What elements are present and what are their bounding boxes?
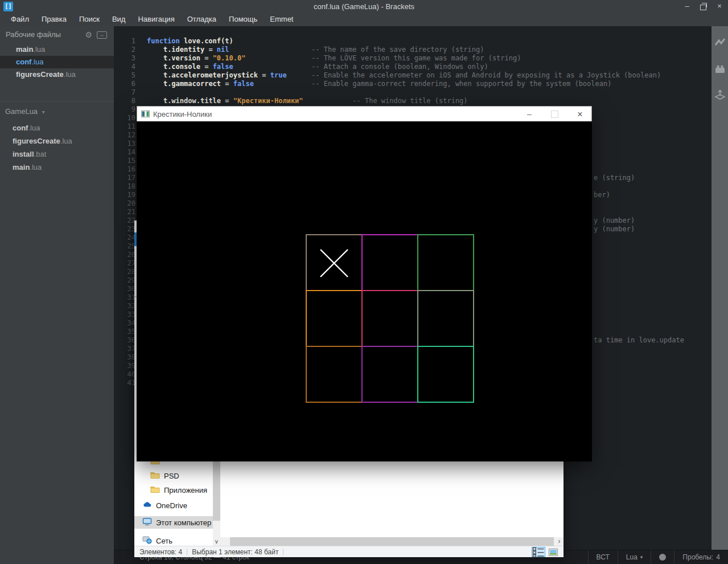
health-indicator-icon — [659, 554, 666, 561]
game-canvas[interactable] — [137, 121, 592, 461]
details-view-icon — [532, 546, 545, 558]
game-window: Крестики-Нолики – × — [137, 106, 592, 461]
nav-item[interactable]: Приложения — [134, 484, 213, 496]
code-token: function — [147, 37, 180, 45]
game-window-title: Крестики-Нолики — [153, 110, 212, 118]
nav-item[interactable]: Сеть — [134, 534, 213, 547]
nav-item[interactable]: Этот компьютер — [134, 516, 213, 529]
code-token: nil — [217, 46, 229, 54]
grid-cell[interactable] — [361, 346, 418, 403]
code-token: t.gammacorrect — [163, 80, 221, 88]
menu-item[interactable]: Файл — [5, 13, 35, 26]
split-view-icon[interactable]: ↔ — [97, 31, 107, 39]
game-titlebar: Крестики-Нолики – × — [137, 106, 592, 121]
line-number: 6 — [114, 80, 140, 88]
insert-mode-indicator[interactable]: ВСТ — [588, 550, 618, 564]
thumbnails-view-button[interactable] — [546, 547, 560, 557]
comment-fragment: y (number) — [594, 225, 635, 234]
code-token: true — [270, 71, 287, 79]
grid-cell[interactable] — [306, 234, 363, 291]
code-token: t.version — [163, 54, 200, 62]
scroll-right-button[interactable]: › — [555, 537, 564, 546]
nav-scrollbar-thumb[interactable] — [213, 461, 220, 521]
code-line[interactable]: t.accelerometerjoystick = true -- Enable… — [147, 71, 711, 80]
thumbnails-view-icon — [549, 549, 558, 556]
chevron-down-icon: ▾ — [640, 550, 643, 564]
working-files-header: Рабочие файлы ⚙ ↔ — [0, 26, 114, 43]
extension-toolbar — [711, 26, 728, 550]
grid-cell[interactable] — [306, 290, 363, 347]
details-view-button[interactable] — [532, 547, 545, 557]
menu-item[interactable]: Помощь — [223, 13, 264, 26]
grid-cell[interactable] — [361, 290, 418, 347]
code-token — [147, 71, 163, 79]
nav-scrollbar[interactable] — [213, 461, 220, 537]
working-file-row[interactable]: figuresCreate.lua — [0, 68, 114, 81]
content-hscrollbar[interactable] — [220, 537, 564, 546]
code-token: = — [200, 54, 213, 62]
code-line[interactable]: t.version = "0.10.0" -- The LÖVE version… — [147, 54, 711, 63]
folder-icon — [150, 485, 160, 495]
code-line[interactable] — [147, 88, 711, 97]
code-token — [147, 80, 163, 88]
hscrollbar-thumb[interactable] — [230, 537, 554, 546]
file-ext: .lua — [31, 58, 43, 66]
file-ext: .lua — [60, 137, 72, 145]
code-line[interactable]: function love.conf(t) — [147, 37, 711, 46]
menu-item[interactable]: Вид — [106, 13, 132, 26]
project-file-row[interactable]: conf.lua — [0, 121, 114, 134]
grid-cell[interactable] — [417, 346, 474, 403]
close-button[interactable]: × — [715, 1, 723, 11]
code-token: t.window.title — [163, 97, 221, 105]
folder-icon — [150, 471, 160, 481]
code-line[interactable]: t.identity = nil -- The name of the save… — [147, 46, 711, 54]
file-name: main — [13, 163, 30, 171]
comment-fragment: y (number) — [594, 216, 635, 225]
working-file-row[interactable]: main.lua — [0, 43, 114, 56]
menu-item[interactable]: Правка — [35, 13, 73, 26]
working-file-row[interactable]: conf.lua — [0, 56, 114, 68]
project-header[interactable]: GameLua ▾ — [0, 102, 114, 121]
file-name: conf — [16, 58, 31, 66]
minimize-button[interactable]: – — [683, 1, 691, 11]
extension-manager-icon[interactable] — [714, 63, 726, 77]
indentation-setting[interactable]: Пробелы: 4 — [674, 550, 728, 564]
grid-cell[interactable] — [417, 290, 474, 347]
code-line[interactable]: t.gammacorrect = false -- Enable gamma-c… — [147, 80, 711, 88]
grid-cell[interactable] — [417, 234, 474, 291]
grid-cell[interactable] — [306, 346, 363, 403]
line-number: 2 — [114, 46, 140, 54]
computer-icon — [142, 517, 152, 528]
brackets-titlebar: [] conf.lua (GameLua) - Brackets – × — [0, 0, 728, 13]
language-selector[interactable]: Lua ▾ — [618, 550, 651, 564]
spaces-label: Пробелы: — [682, 550, 713, 564]
code-token — [147, 97, 163, 105]
project-file-row[interactable]: figuresCreate.lua — [0, 134, 114, 148]
menu-item[interactable]: Emmet — [264, 13, 299, 26]
nav-item-label: Приложения — [164, 486, 207, 494]
menu-item[interactable]: Навигация — [131, 13, 180, 26]
layers-upload-icon[interactable] — [714, 89, 726, 104]
game-close-button[interactable]: × — [575, 107, 585, 122]
game-maximize-button[interactable] — [551, 111, 558, 118]
comment-fragment: ta time in love.update — [594, 336, 684, 345]
menu-item[interactable]: Отладка — [181, 13, 223, 26]
nav-item[interactable]: OneDrive — [134, 499, 213, 512]
grid-cell[interactable] — [361, 234, 418, 291]
extension-health[interactable] — [651, 550, 674, 564]
code-area[interactable]: function love.conf(t) t.identity = nil -… — [147, 37, 711, 105]
scroll-down-button[interactable]: ∨ — [213, 537, 220, 546]
nav-item-label: Этот компьютер — [156, 518, 211, 527]
nav-item[interactable]: PSD — [134, 469, 213, 482]
code-token: love.conf(t) — [180, 37, 233, 45]
code-line[interactable]: t.window.title = "Крестики-Нолики" -- Th… — [147, 97, 711, 105]
menu-item[interactable]: Поиск — [73, 13, 106, 26]
restore-button[interactable] — [700, 5, 706, 10]
status-divider — [283, 549, 283, 555]
project-file-row[interactable]: main.lua — [0, 161, 114, 174]
game-minimize-button[interactable]: – — [525, 107, 534, 122]
live-preview-icon[interactable] — [714, 36, 726, 51]
code-line[interactable]: t.console = false -- Attach a console (b… — [147, 63, 711, 71]
gear-icon[interactable]: ⚙ — [85, 26, 92, 43]
project-file-row[interactable]: install.bat — [0, 148, 114, 161]
